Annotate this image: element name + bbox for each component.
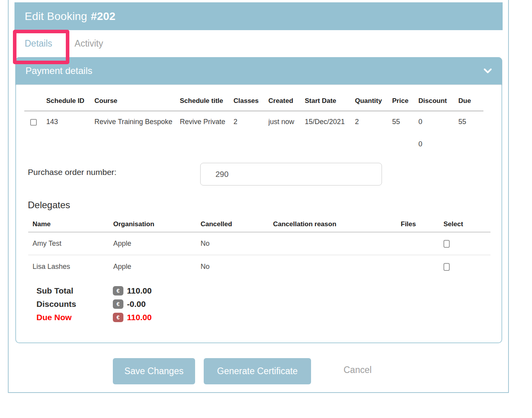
euro-icon: € <box>113 313 123 322</box>
tab-activity[interactable]: Activity <box>74 38 103 49</box>
header-schedule-id: Schedule ID <box>46 97 94 105</box>
header-select: Select <box>439 220 490 228</box>
delegate-organisation-cell: Apple <box>109 240 196 248</box>
delegate-organisation-cell: Apple <box>109 263 196 271</box>
subtotal-label: Sub Total <box>36 286 113 295</box>
purchase-order-input[interactable] <box>200 163 382 186</box>
header-schedule-title: Schedule title <box>180 97 233 105</box>
save-changes-button[interactable]: Save Changes <box>113 358 195 384</box>
header-organisation: Organisation <box>109 220 196 228</box>
delegate-select-checkbox[interactable] <box>443 240 450 248</box>
discounts-label: Discounts <box>36 299 113 309</box>
cell-schedule-title: Revive Private <box>180 118 233 126</box>
cell-due: 55 <box>458 118 483 126</box>
page-title-text: Edit Booking <box>25 10 87 23</box>
header-due: Due <box>458 97 483 105</box>
schedule-row-checkbox[interactable] <box>30 119 37 126</box>
payment-details-panel: Payment details Schedule ID Course Sched… <box>15 57 502 343</box>
delegate-row: Lisa Lashes Apple No <box>28 255 490 278</box>
schedule-table-header: Schedule ID Course Schedule title Classe… <box>24 97 483 112</box>
delegates-heading: Delegates <box>28 200 70 211</box>
due-now-label: Due Now <box>36 313 113 322</box>
header-cancellation-reason: Cancellation reason <box>269 220 396 228</box>
cell-extra-discount: 0 <box>418 140 458 148</box>
delegates-table: Name Organisation Cancelled Cancellation… <box>28 217 490 278</box>
header-price: Price <box>392 97 418 105</box>
cell-created: just now <box>268 118 305 126</box>
subtotal-value: 110.00 <box>127 286 152 295</box>
header-start-date: Start Date <box>305 97 355 105</box>
header-discount: Discount <box>418 97 458 105</box>
due-now-value: 110.00 <box>127 313 152 322</box>
cell-classes: 2 <box>233 118 268 126</box>
header-created: Created <box>268 97 305 105</box>
schedule-table: Schedule ID Course Schedule title Classe… <box>24 97 483 148</box>
schedule-table-extra-row: 0 <box>24 126 483 148</box>
delegate-select-checkbox[interactable] <box>443 263 450 271</box>
booking-number: #202 <box>91 10 116 23</box>
cancel-link[interactable]: Cancel <box>344 365 372 375</box>
delegate-cancelled-cell: No <box>196 240 269 248</box>
payment-details-title: Payment details <box>25 65 92 76</box>
edit-booking-page: Edit Booking #202 Details Activity Payme… <box>0 0 532 418</box>
cell-discount: 0 <box>418 118 458 126</box>
euro-icon: € <box>113 299 123 309</box>
discounts-row: Discounts € -0.00 <box>36 297 152 311</box>
euro-icon: € <box>113 286 123 295</box>
header-name: Name <box>28 220 109 228</box>
tab-details[interactable]: Details <box>25 38 52 49</box>
totals-section: Sub Total € 110.00 Discounts € -0.00 Due… <box>36 284 152 324</box>
header-cancelled: Cancelled <box>196 220 269 228</box>
header-quantity: Quantity <box>355 97 392 105</box>
purchase-order-section: Purchase order number: <box>28 163 490 177</box>
cell-schedule-id: 143 <box>46 118 94 126</box>
tab-bar: Details Activity <box>14 30 503 57</box>
header-files: Files <box>396 220 439 228</box>
delegates-table-header: Name Organisation Cancelled Cancellation… <box>28 217 490 232</box>
delegate-cancelled-cell: No <box>196 263 269 271</box>
cell-start-date: 15/Dec/2021 <box>305 118 355 126</box>
chevron-down-icon[interactable] <box>483 68 492 74</box>
cell-course: Revive Training Bespoke <box>94 118 180 126</box>
payment-details-header: Payment details <box>15 57 502 85</box>
header-classes: Classes <box>233 97 268 105</box>
page-title: Edit Booking #202 <box>14 2 503 30</box>
schedule-table-row: 143 Revive Training Bespoke Revive Priva… <box>24 112 483 126</box>
cell-quantity: 2 <box>355 118 392 126</box>
purchase-order-label: Purchase order number: <box>28 168 116 177</box>
subtotal-row: Sub Total € 110.00 <box>36 284 152 297</box>
delegate-name-cell: Lisa Lashes <box>28 263 109 271</box>
delegate-row: Amy Test Apple No <box>28 232 490 255</box>
cell-price: 55 <box>392 118 418 126</box>
delegate-name-cell: Amy Test <box>28 240 109 248</box>
generate-certificate-button[interactable]: Generate Certificate <box>204 358 311 384</box>
discounts-value: -0.00 <box>127 299 146 309</box>
due-now-row: Due Now € 110.00 <box>36 311 152 324</box>
header-course: Course <box>94 97 180 105</box>
